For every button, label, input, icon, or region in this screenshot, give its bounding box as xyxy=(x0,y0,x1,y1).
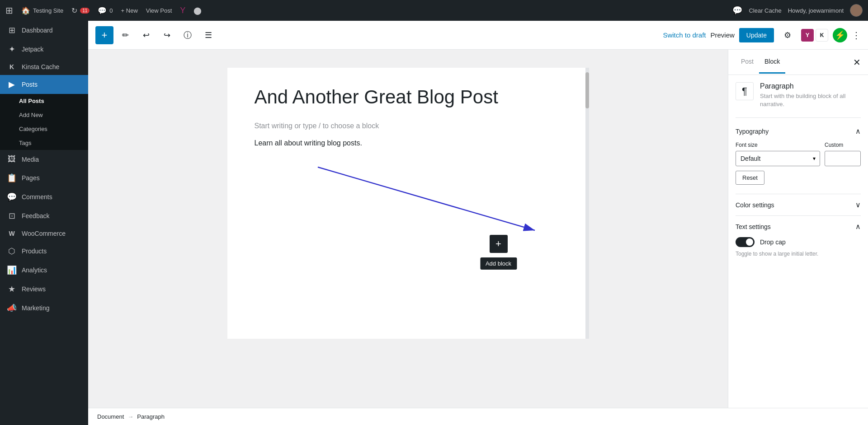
settings-button[interactable]: ⚙ xyxy=(778,26,797,44)
sidebar-item-kinsta[interactable]: K Kinsta Cache xyxy=(0,59,88,75)
typography-section: Typography ∧ Font size Default xyxy=(736,127,861,185)
jetpack-icon: ✦ xyxy=(6,44,17,54)
sidebar-sub-add-new[interactable]: Add New xyxy=(0,108,88,122)
dashboard-icon: ⊞ xyxy=(6,25,17,35)
sidebar-item-label: Posts xyxy=(22,81,38,88)
sidebar-item-dashboard[interactable]: ⊞ Dashboard xyxy=(0,21,88,40)
breadcrumb-document[interactable]: Document xyxy=(97,413,124,420)
performance-icon[interactable]: ⚡ xyxy=(833,28,847,42)
edit-mode-button[interactable]: ✏ xyxy=(116,26,134,44)
sidebar-item-label: Reviews xyxy=(22,285,46,293)
drop-cap-toggle[interactable] xyxy=(736,237,755,247)
sidebar-item-label: WooCommerce xyxy=(22,230,66,237)
text-settings-header[interactable]: Text settings ∧ xyxy=(736,222,861,231)
sidebar-item-woocommerce[interactable]: W WooCommerce xyxy=(0,225,88,242)
user-avatar[interactable] xyxy=(850,4,863,17)
preview-button[interactable]: Preview xyxy=(710,31,734,39)
drop-cap-hint: Toggle to show a large initial letter. xyxy=(736,251,861,257)
plus-icon: + xyxy=(102,29,108,41)
yoast-icon[interactable]: Y xyxy=(180,6,185,15)
new-button[interactable]: + New xyxy=(121,7,138,14)
typography-controls: Font size Default ▾ Custom xyxy=(736,142,861,185)
updates-badge: 11 xyxy=(80,8,90,14)
more-options-button[interactable]: ⋮ xyxy=(852,30,861,41)
post-placeholder[interactable]: Start writing or type / to choose a bloc… xyxy=(255,122,562,130)
tab-block[interactable]: Block xyxy=(759,51,785,74)
sidebar-item-posts[interactable]: ▶ Posts xyxy=(0,75,88,94)
block-description: Start with the building block of all nar… xyxy=(760,92,861,108)
sidebar-item-comments[interactable]: 💬 Comments xyxy=(0,187,88,206)
sidebar-item-label: Analytics xyxy=(22,266,47,274)
sidebar-item-label: Pages xyxy=(22,174,40,182)
update-button[interactable]: Update xyxy=(739,28,774,42)
typography-label: Typography xyxy=(736,128,769,135)
custom-label: Custom xyxy=(825,142,861,148)
kinsta-plugin-icon[interactable]: K xyxy=(816,29,828,42)
list-view-button[interactable]: ☰ xyxy=(199,26,217,44)
sidebar-item-label: Feedback xyxy=(22,212,49,220)
post-title[interactable]: And Another Great Blog Post xyxy=(255,86,562,108)
wp-logo[interactable]: ⊞ xyxy=(5,5,13,16)
yoast-plugin-icon[interactable]: Y xyxy=(801,29,814,42)
sidebar-item-label: Jetpack xyxy=(22,46,43,53)
add-block-button[interactable]: + xyxy=(490,235,508,253)
typography-chevron-icon: ∧ xyxy=(855,127,861,135)
analytics-icon: 📊 xyxy=(6,265,17,275)
messages-icon[interactable]: 💬 xyxy=(732,5,742,15)
admin-bar: ⊞ 🏠 Testing Site ↻ 11 💬 0 + New View Pos… xyxy=(0,0,868,21)
sidebar-item-label: Dashboard xyxy=(22,27,53,34)
sidebar-item-label: Comments xyxy=(22,193,52,201)
reset-button[interactable]: Reset xyxy=(736,171,764,185)
block-text: Paragraph Start with the building block … xyxy=(760,82,861,108)
howdy-label[interactable]: Howdy, joewarnimont xyxy=(788,7,844,14)
sidebar-item-products[interactable]: ⬡ Products xyxy=(0,242,88,261)
undo-button[interactable]: ↩ xyxy=(137,26,155,44)
pages-icon: 📋 xyxy=(6,173,17,183)
sidebar-item-reviews[interactable]: ★ Reviews xyxy=(0,280,88,299)
sidebar-item-pages[interactable]: 📋 Pages xyxy=(0,168,88,187)
text-settings-chevron-icon: ∧ xyxy=(855,222,861,231)
sidebar-item-marketing[interactable]: 📣 Marketing xyxy=(0,299,88,318)
sidebar-item-label: Media xyxy=(22,156,39,163)
sidebar-item-feedback[interactable]: ⊡ Feedback xyxy=(0,206,88,225)
updates-item[interactable]: ↻ 11 xyxy=(71,6,90,15)
redo-button[interactable]: ↪ xyxy=(158,26,176,44)
content-area: And Another Great Blog Post Start writin… xyxy=(88,50,868,408)
comments-item[interactable]: 💬 0 xyxy=(98,6,113,15)
sidebar-sub-tags[interactable]: Tags xyxy=(0,136,88,150)
products-icon: ⬡ xyxy=(6,246,17,256)
circle-icon[interactable]: ⬤ xyxy=(193,6,202,15)
breadcrumb-bar: Document → Paragraph xyxy=(88,408,868,425)
panel-header: Post Block ✕ xyxy=(728,50,868,75)
add-block-toolbar-button[interactable]: + xyxy=(95,26,113,44)
editor-content[interactable]: And Another Great Blog Post Start writin… xyxy=(88,50,728,408)
info-button[interactable]: ⓘ xyxy=(179,26,197,44)
kinsta-icon: K xyxy=(6,63,17,70)
media-icon: 🖼 xyxy=(6,154,17,164)
sidebar-item-media[interactable]: 🖼 Media xyxy=(0,150,88,168)
typography-section-header[interactable]: Typography ∧ xyxy=(736,127,861,135)
switch-to-draft-button[interactable]: Switch to draft xyxy=(663,31,706,39)
tab-post[interactable]: Post xyxy=(736,51,759,74)
sidebar-item-jetpack[interactable]: ✦ Jetpack xyxy=(0,40,88,59)
panel-close-button[interactable]: ✕ xyxy=(853,58,861,67)
site-name[interactable]: 🏠 Testing Site xyxy=(21,6,63,15)
drop-cap-label: Drop cap xyxy=(760,238,786,246)
post-paragraph[interactable]: Learn all about writing blog posts. xyxy=(255,139,562,147)
toggle-knob xyxy=(746,238,753,246)
view-post-link[interactable]: View Post xyxy=(146,7,172,14)
custom-size-input[interactable] xyxy=(825,151,861,166)
clear-cache-button[interactable]: Clear Cache xyxy=(749,7,781,14)
color-settings-header[interactable]: Color settings ∨ xyxy=(736,201,861,209)
sidebar-item-analytics[interactable]: 📊 Analytics xyxy=(0,261,88,280)
font-size-select-wrapper: Default ▾ xyxy=(736,151,820,166)
font-size-select-group: Font size Default ▾ xyxy=(736,142,820,166)
sidebar-sub-all-posts[interactable]: All Posts xyxy=(0,94,88,108)
font-size-select[interactable]: Default xyxy=(736,151,820,166)
sidebar-sub-categories[interactable]: Categories xyxy=(0,122,88,136)
posts-submenu: All Posts Add New Categories Tags xyxy=(0,94,88,150)
admin-bar-right: 💬 Clear Cache Howdy, joewarnimont xyxy=(732,4,863,17)
sidebar-item-label: Marketing xyxy=(22,304,49,312)
breadcrumb-paragraph[interactable]: Paragraph xyxy=(137,413,165,420)
pilcrow-icon: ¶ xyxy=(742,85,747,97)
